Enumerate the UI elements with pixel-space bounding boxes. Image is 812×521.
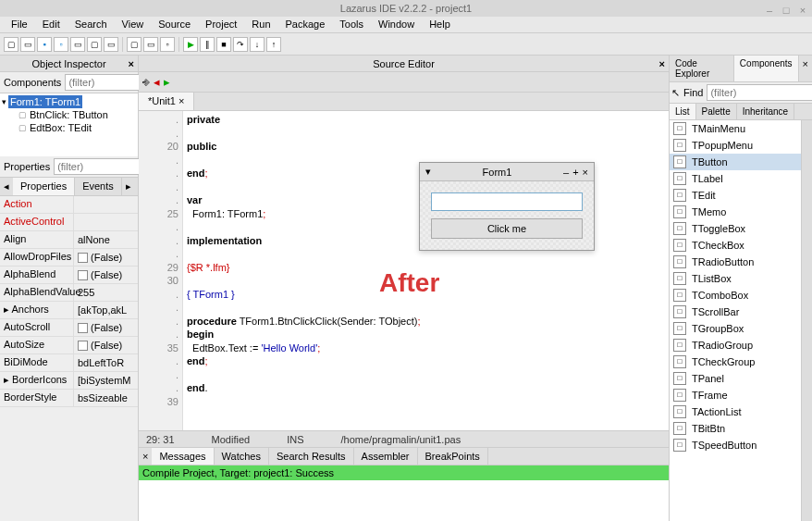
tab-breakpoints[interactable]: BreakPoints xyxy=(418,448,488,465)
component-item[interactable]: □TEdit xyxy=(670,187,801,204)
tab-inheritance[interactable]: Inheritance xyxy=(737,104,794,119)
pointer-icon[interactable]: ↖ xyxy=(671,87,680,99)
property-row[interactable]: BorderStylebsSizeable xyxy=(0,390,138,407)
component-item[interactable]: □TRadioGroup xyxy=(670,337,801,354)
edtbox-input[interactable] xyxy=(431,192,583,211)
tab-watches[interactable]: Watches xyxy=(215,448,269,465)
run-icon[interactable]: ▶ xyxy=(183,37,198,52)
menu-view[interactable]: View xyxy=(115,17,152,32)
tree-selected[interactable]: Form1: TForm1 xyxy=(8,95,82,108)
scrollbar[interactable] xyxy=(801,120,812,521)
tab-list[interactable]: List xyxy=(670,104,696,119)
component-item[interactable]: □TCheckGroup xyxy=(670,354,801,370)
toggle-icon[interactable]: ▢ xyxy=(127,37,141,52)
component-item[interactable]: □TPanel xyxy=(670,370,801,387)
pause-icon[interactable]: ‖ xyxy=(200,37,215,52)
component-item[interactable]: □TBitBtn xyxy=(670,420,801,437)
editor-tab-unit1[interactable]: *Unit1 × xyxy=(139,93,194,110)
close-icon[interactable]: × xyxy=(139,448,152,465)
tab-components[interactable]: Components xyxy=(734,56,799,81)
menu-project[interactable]: Project xyxy=(198,17,244,32)
component-tree[interactable]: ▾Form1: TForm1 BtnClick: TButtonEdtBox: … xyxy=(0,93,138,156)
property-row[interactable]: AutoScroll(False) xyxy=(0,319,138,337)
component-item[interactable]: □TFrame xyxy=(670,387,801,403)
component-find-input[interactable] xyxy=(707,84,812,101)
units-icon[interactable]: ▭ xyxy=(143,37,158,52)
property-row[interactable]: Action xyxy=(0,196,138,214)
menu-edit[interactable]: Edit xyxy=(35,17,68,32)
close-icon[interactable]: × xyxy=(581,167,590,178)
component-item[interactable]: □TGroupBox xyxy=(670,320,801,337)
component-item[interactable]: □TButton xyxy=(670,154,801,170)
property-row[interactable]: AlignalNone xyxy=(0,231,138,249)
component-item[interactable]: □TActionList xyxy=(670,403,801,420)
stepover-icon[interactable]: ↷ xyxy=(233,37,248,52)
close-icon[interactable]: × xyxy=(797,2,808,13)
tab-close-icon[interactable]: × xyxy=(178,95,184,106)
component-item[interactable]: □TToggleBox xyxy=(670,220,801,237)
open-icon[interactable]: ▭ xyxy=(20,37,35,52)
component-item[interactable]: □TMemo xyxy=(670,204,801,220)
tab-prev-icon[interactable]: ◂ xyxy=(0,178,13,195)
property-row[interactable]: ▸ BorderIcons[biSystemM xyxy=(0,372,138,390)
component-item[interactable]: □TPopupMenu xyxy=(670,137,801,154)
menu-help[interactable]: Help xyxy=(422,17,458,32)
close-icon[interactable]: × xyxy=(129,56,134,72)
tab-messages[interactable]: Messages xyxy=(152,448,214,465)
component-list[interactable]: □TMainMenu□TPopupMenu□TButton□TLabel□TEd… xyxy=(670,120,801,521)
menu-search[interactable]: Search xyxy=(68,17,115,32)
close-icon[interactable]: × xyxy=(659,56,665,72)
open2-icon[interactable]: ▭ xyxy=(70,37,85,52)
component-item[interactable]: □TSpeedButton xyxy=(670,437,801,453)
new2-icon[interactable]: ▢ xyxy=(87,37,102,52)
component-item[interactable]: □TListBox xyxy=(670,270,801,287)
property-row[interactable]: AllowDropFiles(False) xyxy=(0,249,138,267)
menu-file[interactable]: File xyxy=(4,17,35,32)
tab-events[interactable]: Events xyxy=(75,178,122,195)
jump-point-icon[interactable]: ⎆ xyxy=(142,75,150,89)
component-item[interactable]: □TLabel xyxy=(670,170,801,187)
property-grid[interactable]: ActionActiveControlAlignalNoneAllowDropF… xyxy=(0,196,138,521)
maximize-icon[interactable]: + xyxy=(571,167,580,178)
forms-icon[interactable]: ▫ xyxy=(160,37,175,52)
tab-assembler[interactable]: Assembler xyxy=(354,448,418,465)
stop-icon[interactable]: ■ xyxy=(216,37,231,52)
property-row[interactable]: BiDiModebdLeftToR xyxy=(0,354,138,372)
save-icon[interactable]: ▪ xyxy=(37,37,52,52)
property-row[interactable]: AlphaBlendValue255 xyxy=(0,284,138,302)
new-icon[interactable]: ▢ xyxy=(4,37,18,52)
maximize-icon[interactable]: □ xyxy=(781,2,792,13)
property-row[interactable]: ActiveControl xyxy=(0,214,138,231)
code-editor[interactable]: ..20....25...2930....35...39 privatepubl… xyxy=(139,111,669,430)
menu-window[interactable]: Window xyxy=(371,17,422,32)
tab-next-icon[interactable]: ▸ xyxy=(122,178,135,195)
menu-package[interactable]: Package xyxy=(278,17,333,32)
menu-run[interactable]: Run xyxy=(244,17,277,32)
tab-code-explorer[interactable]: Code Explorer xyxy=(670,56,734,81)
stepinto-icon[interactable]: ↓ xyxy=(250,37,265,52)
component-item[interactable]: □TCheckBox xyxy=(670,237,801,254)
tab-palette[interactable]: Palette xyxy=(696,104,737,119)
form-designer-window[interactable]: ▾ Form1 – + × Click me xyxy=(419,162,595,251)
stepout-icon[interactable]: ↑ xyxy=(266,37,281,52)
component-item[interactable]: □TMainMenu xyxy=(670,120,801,137)
component-item[interactable]: □TRadioButton xyxy=(670,254,801,270)
menu-tools[interactable]: Tools xyxy=(332,17,371,32)
nav-fwd-icon[interactable]: ▸ xyxy=(164,75,170,89)
tab-search-results[interactable]: Search Results xyxy=(269,448,354,465)
nav-back-icon[interactable]: ◂ xyxy=(154,75,160,89)
minimize-icon[interactable]: – xyxy=(561,167,571,178)
component-item[interactable]: □TScrollBar xyxy=(670,304,801,320)
minimize-icon[interactable]: – xyxy=(764,2,775,13)
component-item[interactable]: □TComboBox xyxy=(670,287,801,304)
saveall-icon[interactable]: ▫ xyxy=(54,37,68,52)
close-icon[interactable]: × xyxy=(799,56,812,81)
tree-item[interactable]: EdtBox: TEdit xyxy=(2,121,136,134)
tab-properties[interactable]: Properties xyxy=(13,178,75,195)
click-me-button[interactable]: Click me xyxy=(431,218,583,239)
property-row[interactable]: AlphaBlend(False) xyxy=(0,267,138,284)
tree-item[interactable]: BtnClick: TButton xyxy=(2,108,136,121)
menu-source[interactable]: Source xyxy=(151,17,198,32)
messages-body[interactable]: Compile Project, Target: project1: Succe… xyxy=(139,465,669,521)
form-icon[interactable]: ▭ xyxy=(104,37,118,52)
